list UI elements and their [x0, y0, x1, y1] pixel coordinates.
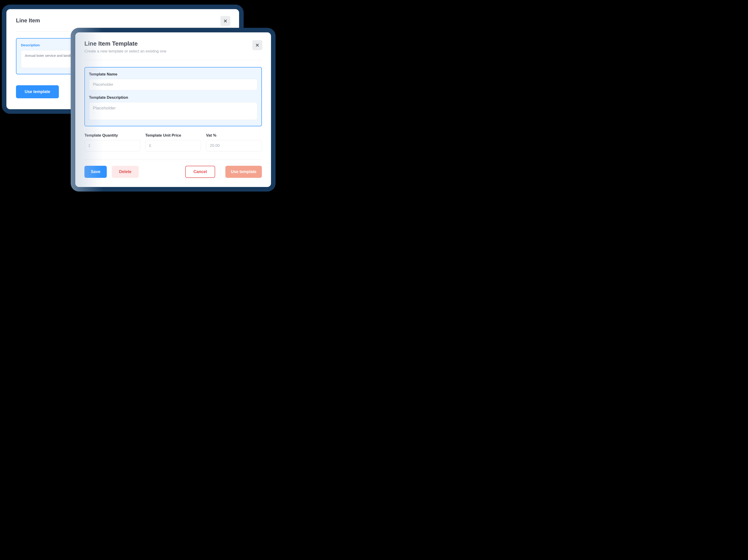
- close-icon: [223, 19, 228, 23]
- actions-row: Save Delete Cancel Use template: [85, 166, 262, 178]
- template-desc-label: Template Description: [89, 95, 257, 100]
- template-info-section: Template Name Template Description: [85, 67, 262, 126]
- price-input[interactable]: [145, 140, 201, 151]
- close-button[interactable]: [252, 40, 262, 50]
- use-template-button[interactable]: Use template: [226, 166, 262, 178]
- close-icon: [255, 43, 259, 47]
- save-button[interactable]: Save: [85, 166, 107, 178]
- template-name-input[interactable]: [89, 79, 257, 90]
- template-values-row: Template Quantity Template Unit Price Va…: [85, 133, 262, 151]
- vat-input[interactable]: [206, 140, 262, 151]
- vertical-divider: [220, 167, 220, 177]
- modal-subtitle: Create a new template or select an exist…: [85, 49, 262, 54]
- price-label: Template Unit Price: [145, 133, 201, 138]
- vat-label: Vat %: [206, 133, 262, 138]
- modal-title: Line Item: [16, 17, 230, 24]
- template-name-label: Template Name: [89, 72, 257, 77]
- qty-label: Template Quantity: [85, 133, 140, 138]
- divider: [85, 160, 262, 160]
- close-button[interactable]: [220, 16, 230, 26]
- divider: [85, 60, 262, 60]
- qty-input[interactable]: [85, 140, 140, 151]
- delete-button[interactable]: Delete: [112, 166, 139, 178]
- cancel-button[interactable]: Cancel: [185, 166, 215, 178]
- modal-title: Line Item Template: [85, 40, 262, 47]
- use-template-button[interactable]: Use template: [16, 85, 59, 98]
- template-desc-textarea[interactable]: [89, 102, 257, 120]
- line-item-template-modal: Line Item Template Create a new template…: [71, 28, 276, 192]
